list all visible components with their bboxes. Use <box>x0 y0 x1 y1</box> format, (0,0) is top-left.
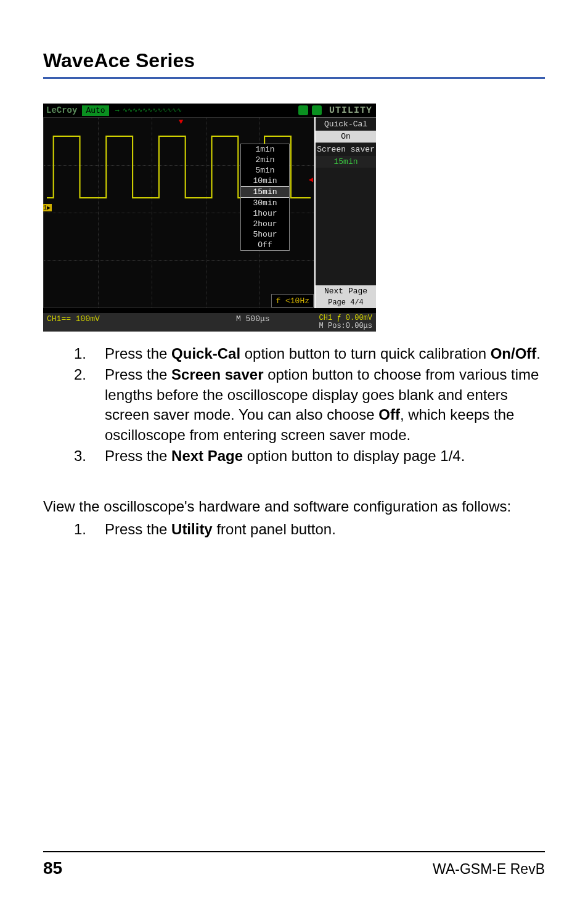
sub-instruction-list: 1. Press the Utility front panel button. <box>74 520 545 539</box>
status-ch1-freq: CH1 ƒ 0.00mV <box>319 314 372 322</box>
oscilloscope-screenshot: LeCroy Auto ⟶ ∿∿∿∿∿∿∿∿∿∿∿∿ UTILITY ▼ 1▶ <box>43 104 376 332</box>
popup-item[interactable]: 2hour <box>241 219 289 229</box>
freq-readout: f <10Hz <box>271 294 314 308</box>
page-number: 85 <box>43 858 62 878</box>
popup-item[interactable]: 30min <box>241 198 289 208</box>
auto-badge: Auto <box>82 105 108 116</box>
list-item: 3. Press the Next Page option button to … <box>74 446 545 466</box>
scope-side-menu: Quick-Cal On Screen saver 15min Next Pag… <box>314 117 376 308</box>
list-item: 1. Press the Quick-Cal option button to … <box>74 344 545 364</box>
topbar-util-icons <box>298 105 322 115</box>
page-header: WaveAce Series <box>43 49 545 79</box>
doc-id: WA-GSM-E RevB <box>433 861 545 878</box>
page-footer: 85 WA-GSM-E RevB <box>43 851 545 878</box>
status-m-pos: M Pos:0.00μs <box>319 322 372 330</box>
popup-item-selected[interactable]: 15min <box>241 186 289 198</box>
list-item: 2. Press the Screen saver option button … <box>74 365 545 445</box>
screen-saver-menu-label[interactable]: Screen saver <box>316 142 376 156</box>
page-title: WaveAce Series <box>43 49 545 77</box>
s-icon <box>298 105 308 115</box>
menu-spacer <box>316 168 376 285</box>
scope-brand: LeCroy <box>46 105 77 115</box>
selector-arrow-icon: ◀ <box>309 175 313 184</box>
instruction-list: 1. Press the Quick-Cal option button to … <box>74 344 545 466</box>
page-indicator: Page 4/4 <box>316 297 376 308</box>
popup-item[interactable]: 5min <box>241 165 289 176</box>
header-rule <box>43 77 545 79</box>
status-ch1: CH1== 100mV <box>47 314 100 324</box>
popup-item[interactable]: 1hour <box>241 208 289 219</box>
screen-saver-popup[interactable]: 1min 2min 5min 10min 15min 30min 1hour 2… <box>240 144 290 251</box>
next-page-button[interactable]: Next Page <box>316 285 376 297</box>
topbar-wave-icon: ⟶ ∿∿∿∿∿∿∿∿∿∿∿∿ <box>115 107 298 114</box>
popup-item[interactable]: 2min <box>241 155 289 165</box>
scope-status-bar: CH1== 100mV M 500μs CH1 ƒ 0.00mV M Pos:0… <box>43 313 376 332</box>
popup-item[interactable]: 1min <box>241 144 289 155</box>
popup-item[interactable]: 10min <box>241 176 289 186</box>
utility-label: UTILITY <box>329 105 372 116</box>
popup-item[interactable]: 5hour <box>241 229 289 240</box>
screen-saver-menu-value: 15min <box>316 156 376 168</box>
popup-item[interactable]: Off <box>241 240 289 250</box>
quick-cal-menu-label[interactable]: Quick-Cal <box>316 117 376 131</box>
scope-top-bar: LeCroy Auto ⟶ ∿∿∿∿∿∿∿∿∿∿∿∿ UTILITY <box>43 104 376 117</box>
list-item: 1. Press the Utility front panel button. <box>74 520 545 539</box>
quick-cal-menu-value: On <box>316 131 376 142</box>
status-timebase: M 500μs <box>236 314 270 324</box>
body-paragraph: View the oscilloscope's hardware and sof… <box>43 497 545 516</box>
channel-marker: 1▶ <box>43 204 52 211</box>
usb-icon <box>312 105 322 115</box>
footer-rule <box>43 851 545 852</box>
